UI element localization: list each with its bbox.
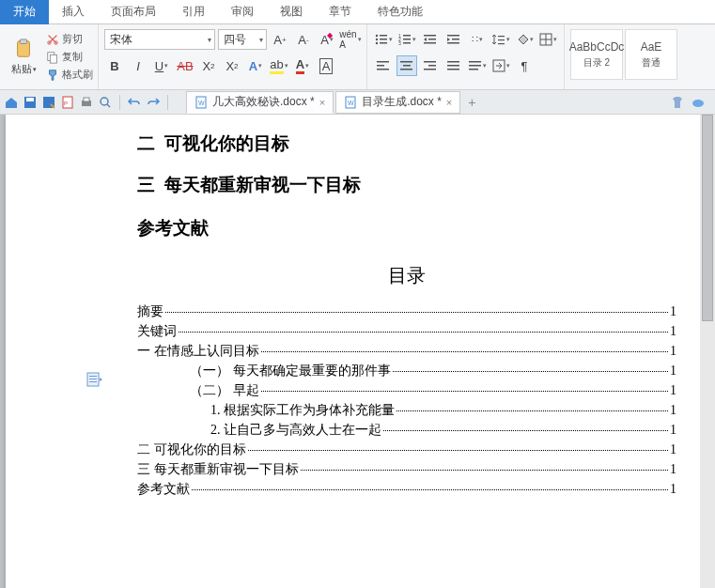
toc-text: 关键词	[137, 323, 177, 340]
menu-tab-view[interactable]: 视图	[267, 0, 316, 24]
toc-leader	[301, 470, 669, 471]
font-color-button[interactable]: A	[292, 55, 313, 76]
toc-entry[interactable]: 2. 让自己多与高效人士在一起1	[137, 422, 676, 439]
svg-rect-61	[89, 379, 97, 379]
menu-tab-layout[interactable]: 页面布局	[98, 0, 169, 24]
svg-rect-52	[84, 98, 89, 101]
align-right-button[interactable]	[420, 55, 441, 76]
svg-rect-1	[20, 39, 26, 44]
toc-entry[interactable]: 1. 根据实际工作为身体补充能量1	[137, 402, 676, 419]
undo-icon[interactable]	[127, 95, 142, 110]
saveas-icon[interactable]	[41, 95, 56, 110]
close-tab-icon[interactable]: ×	[319, 97, 325, 108]
align-justify-button[interactable]	[443, 55, 464, 76]
scrollbar-thumb[interactable]	[702, 115, 713, 321]
toc-entry[interactable]: 关键词1	[137, 323, 676, 340]
italic-button[interactable]: I	[128, 55, 148, 76]
subscript-button[interactable]: X2	[222, 55, 242, 76]
line-spacing-button[interactable]	[490, 29, 511, 50]
menu-tab-start[interactable]: 开始	[0, 0, 49, 24]
svg-rect-31	[377, 65, 384, 67]
doctab-2[interactable]: W 目录生成.docx * ×	[335, 91, 460, 114]
highlight-button[interactable]: ab	[269, 55, 289, 76]
toc-title: 目录	[137, 263, 676, 288]
svg-rect-24	[498, 36, 505, 37]
export-pdf-icon[interactable]: P	[60, 95, 75, 110]
doctab-1[interactable]: W 几大高效秘诀.docx * ×	[186, 91, 334, 114]
svg-rect-34	[403, 65, 411, 67]
increase-indent-button[interactable]	[443, 29, 464, 50]
svg-rect-39	[447, 61, 459, 63]
menu-tab-insert[interactable]: 插入	[49, 0, 98, 24]
toc-entry[interactable]: 三 每天都重新审视一下目标1	[137, 461, 676, 478]
redo-icon[interactable]	[146, 95, 161, 110]
svg-rect-9	[380, 39, 387, 40]
linespacing-icon	[492, 33, 505, 46]
style-toc2[interactable]: AaBbCcDc 目录 2	[570, 29, 623, 80]
toc-entry[interactable]: （一） 每天都确定最重要的那件事1	[137, 363, 676, 379]
justify-icon	[447, 59, 460, 72]
bullets-button[interactable]	[373, 29, 394, 50]
menu-tab-features[interactable]: 特色功能	[365, 0, 436, 24]
menu-tab-review[interactable]: 审阅	[218, 0, 267, 24]
copy-button[interactable]: 复制	[46, 50, 93, 64]
toc-page: 1	[670, 482, 676, 497]
font-size-select[interactable]: 四号	[218, 29, 267, 50]
decrease-indent-button[interactable]	[420, 29, 441, 50]
toc-text: 2. 让自己多与高效人士在一起	[210, 422, 381, 439]
print-preview-icon[interactable]	[98, 95, 113, 110]
distribute-button[interactable]	[467, 55, 488, 76]
svg-rect-60	[89, 376, 97, 377]
toc-entry[interactable]: 参考文献1	[137, 481, 676, 498]
home-icon[interactable]	[4, 95, 19, 110]
cloud-icon[interactable]	[691, 95, 706, 110]
close-tab-icon[interactable]: ×	[446, 97, 452, 108]
svg-rect-23	[447, 42, 459, 44]
svg-point-8	[375, 39, 377, 40]
text-effect-button[interactable]: A	[245, 55, 266, 76]
shrink-font-button[interactable]: A-	[293, 29, 314, 50]
toc-page: 1	[670, 423, 676, 438]
bold-button[interactable]: B	[104, 55, 125, 76]
toc-entry[interactable]: 二 可视化你的目标1	[137, 441, 676, 458]
align-left-button[interactable]	[373, 55, 394, 76]
vertical-scrollbar[interactable]	[700, 115, 715, 588]
skin-icon[interactable]	[670, 95, 685, 110]
show-marks-button[interactable]: ¶	[514, 55, 535, 76]
document-page[interactable]: 二可视化你的目标 三每天都重新审视一下目标 参考文献 目录 摘要1关键词1一 在…	[6, 115, 710, 588]
cut-button[interactable]: 剪切	[46, 32, 93, 46]
font-name-select[interactable]: 宋体	[104, 29, 215, 50]
format-painter-button[interactable]: 格式刷	[46, 68, 93, 82]
borders-button[interactable]	[537, 29, 558, 50]
align-center-button[interactable]	[396, 55, 417, 76]
toc-entry[interactable]: （二） 早起1	[137, 382, 676, 399]
new-tab-button[interactable]: +	[462, 95, 481, 110]
style-normal[interactable]: AaE 普通	[625, 29, 677, 80]
menu-tab-references[interactable]: 引用	[169, 0, 218, 24]
toc-entry[interactable]: 一 在情感上认同目标1	[137, 343, 676, 360]
print-icon[interactable]	[79, 95, 94, 110]
strike-button[interactable]: AB	[175, 55, 195, 76]
char-border-button[interactable]: A	[316, 55, 336, 76]
svg-rect-5	[50, 54, 56, 63]
svg-rect-62	[89, 381, 97, 382]
toc-field-icon[interactable]	[86, 372, 103, 387]
underline-button[interactable]: U	[151, 55, 172, 76]
phonetic-button[interactable]: wénA	[340, 29, 361, 50]
clear-format-button[interactable]: A◆	[317, 29, 337, 50]
svg-point-6	[375, 35, 377, 37]
shading-button[interactable]	[514, 29, 535, 50]
text-direction-button[interactable]: ∷	[467, 29, 488, 50]
grow-font-button[interactable]: A+	[270, 29, 290, 50]
toc-leader	[248, 450, 669, 451]
tab-button[interactable]	[490, 55, 511, 76]
menu-tab-sections[interactable]: 章节	[316, 0, 365, 24]
save-icon[interactable]	[23, 95, 38, 110]
superscript-button[interactable]: X2	[198, 55, 219, 76]
svg-rect-40	[447, 65, 459, 67]
toc-page: 1	[670, 304, 676, 319]
aligncenter-icon	[400, 59, 413, 72]
toc-entry[interactable]: 摘要1	[137, 303, 676, 320]
numbering-button[interactable]: 123	[396, 29, 417, 50]
paste-button[interactable]: 粘贴▾	[5, 27, 42, 86]
